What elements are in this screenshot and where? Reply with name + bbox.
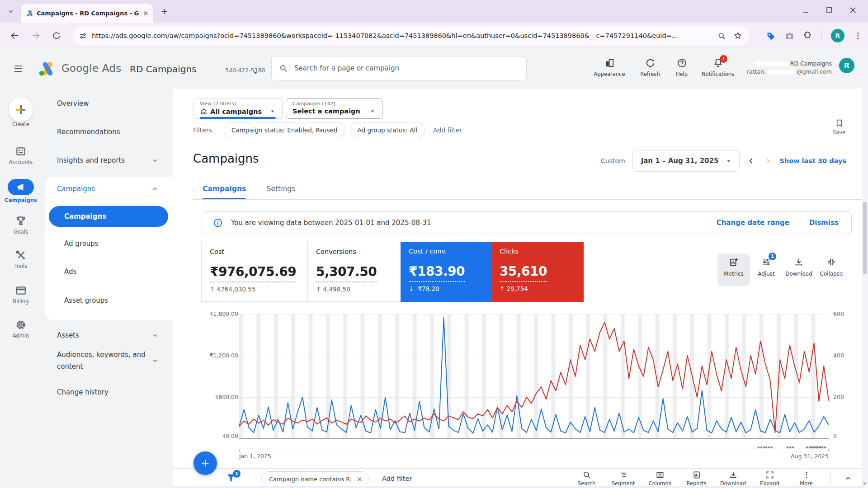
browser-toolbar: https://ads.google.com/aw/campaigns?ocid… <box>0 23 868 49</box>
filter-chip-ad-group-status[interactable]: Ad group status: All <box>350 122 425 138</box>
rail-item-billing[interactable]: Billing <box>0 285 42 305</box>
remove-filter-icon[interactable] <box>356 476 363 483</box>
x-axis-start-label: Jan 1, 2025 <box>239 453 271 460</box>
account-avatar[interactable]: R <box>839 58 854 73</box>
tab-campaigns[interactable]: Campaigns <box>203 178 246 199</box>
screenshot-extension-icon[interactable] <box>785 31 794 41</box>
more-button[interactable]: More <box>788 469 825 488</box>
active-filters-button[interactable]: 1 <box>226 473 236 483</box>
forward-button[interactable] <box>28 28 43 43</box>
new-tab-button[interactable] <box>159 6 169 16</box>
bookmark-star-icon[interactable] <box>733 31 742 40</box>
rail-item-admin[interactable]: Admin <box>0 319 42 339</box>
reload-button[interactable] <box>49 28 64 43</box>
url-text: https://ads.google.com/aw/campaigns?ocid… <box>92 32 706 39</box>
info-icon <box>213 218 223 228</box>
performance-time-series-chart[interactable] <box>239 314 829 439</box>
left-rail: Create Accounts Campaigns Goals Tools Bi… <box>0 89 42 488</box>
global-search-input[interactable] <box>293 64 519 73</box>
nav-subitem-ad-groups[interactable]: Ad groups <box>64 239 99 248</box>
tab-search-button[interactable] <box>5 5 17 18</box>
site-settings-icon[interactable] <box>79 32 87 40</box>
nav-subitem-ads[interactable]: Ads <box>64 267 76 276</box>
browser-profile-avatar[interactable]: R <box>831 29 844 42</box>
previous-period-icon[interactable] <box>747 156 756 165</box>
nav-item-change-history[interactable]: Change history <box>57 385 161 399</box>
tab-settings[interactable]: Settings <box>267 178 296 199</box>
rail-item-campaigns[interactable]: Campaigns <box>0 179 42 203</box>
view-selector[interactable]: View (2 filters) All campaigns <box>193 98 283 119</box>
maximize-button[interactable] <box>817 0 841 20</box>
add-filter-link[interactable]: Add filter <box>433 127 462 134</box>
divider <box>830 472 831 485</box>
collapse-toolbar-icon[interactable] <box>844 474 853 483</box>
table-filter-chip[interactable]: Campaign name contains R: <box>261 471 369 487</box>
extensions-icon[interactable] <box>803 31 812 40</box>
nav-item-assets[interactable]: Assets <box>57 328 161 342</box>
back-button[interactable] <box>7 28 23 43</box>
reports-button[interactable]: Reports <box>678 469 715 488</box>
scorecard-cost[interactable]: Cost ₹976,075.69 ↑ ₹764,030.55 <box>201 242 307 302</box>
divider <box>821 30 822 41</box>
date-range-selector[interactable]: Jan 1 – Aug 31, 2025 <box>632 150 740 172</box>
zoom-icon[interactable] <box>717 32 726 40</box>
columns-button[interactable]: Columns <box>642 469 678 488</box>
create-button[interactable] <box>9 98 33 122</box>
filter-chip-campaign-status[interactable]: Campaign status: Enabled, Paused <box>224 122 345 138</box>
nav-item-insights[interactable]: Insights and reports <box>57 154 161 167</box>
adjust-button[interactable]: 1 Adjust <box>750 253 783 277</box>
date-range-type: Custom <box>601 157 625 164</box>
close-window-button[interactable] <box>841 0 864 20</box>
scorecard-cost-per-conv-selected[interactable]: Cost / conv. ₹183.90 ↓ -₹78.20 <box>401 242 491 302</box>
table-add-filter-link[interactable]: Add filter <box>382 469 412 488</box>
nav-item-overview[interactable]: Overview <box>57 97 161 110</box>
scrollbar-thumb[interactable] <box>863 202 867 274</box>
download-chart-button[interactable]: Download <box>783 253 815 277</box>
browser-menu-icon[interactable] <box>854 31 863 40</box>
scorecard-conversions[interactable]: Conversions 5,307.50 ↑ 4,498.50 <box>307 242 401 302</box>
table-search-button[interactable]: Search <box>568 469 605 488</box>
segment-button[interactable]: Segment <box>605 469 642 488</box>
nav-subitem-campaigns-selected[interactable]: Campaigns <box>49 206 168 227</box>
nav-item-audiences[interactable]: Audiences, keywords, andcontent <box>57 349 161 372</box>
main-menu-icon[interactable] <box>13 63 24 74</box>
account-name[interactable]: RD Campaigns <box>130 64 197 75</box>
global-search[interactable] <box>271 56 527 80</box>
address-bar[interactable]: https://ads.google.com/aw/campaigns?ocid… <box>72 26 749 45</box>
nav-item-campaigns-section[interactable]: Campaigns <box>57 182 161 196</box>
browser-tab[interactable]: Campaigns - RD Campaigns - G <box>21 4 153 23</box>
collapse-button[interactable]: Collapse <box>815 253 848 277</box>
notifications-button[interactable]: ! Notifications <box>698 58 737 77</box>
nav-subitem-asset-groups[interactable]: Asset groups <box>64 296 108 305</box>
show-last-30-days-link[interactable]: Show last 30 days <box>779 157 846 164</box>
floating-add-button[interactable] <box>193 451 217 475</box>
change-date-range-link[interactable]: Change date range <box>717 219 789 227</box>
main-content: View (2 filters) All campaigns Campaigns… <box>173 89 868 488</box>
dismiss-link[interactable]: Dismiss <box>809 219 839 227</box>
tab-close-icon[interactable] <box>142 10 149 17</box>
scroll-down-arrow[interactable] <box>862 481 867 486</box>
rail-item-accounts[interactable]: Accounts <box>0 145 42 165</box>
rail-item-tools[interactable]: Tools <box>0 249 42 269</box>
chevron-down-icon <box>151 331 159 339</box>
expand-button[interactable]: Expand <box>751 469 788 488</box>
account-caret-icon[interactable] <box>251 69 259 77</box>
help-button[interactable]: Help <box>662 58 701 77</box>
campaign-selector[interactable]: Campaigns (142) Select a campaign <box>286 98 382 119</box>
minimize-button[interactable] <box>794 0 817 20</box>
appearance-button[interactable]: Appearance <box>590 58 629 77</box>
save-button[interactable]: Save <box>829 118 849 136</box>
page-scrollbar[interactable] <box>862 49 868 488</box>
metrics-button[interactable]: Metrics <box>717 253 750 286</box>
signed-in-account[interactable]: RD Campaigns rattan.@gmail.com <box>747 60 832 76</box>
y-axis-right-tick: 200 <box>833 394 844 400</box>
scorecard-clicks-selected[interactable]: Clicks 35,610 ↑ 29,754 <box>491 242 584 302</box>
next-period-icon[interactable] <box>763 156 772 165</box>
date-info-banner: You are viewing data between 2025-01-01 … <box>202 211 852 234</box>
table-download-button[interactable]: Download <box>715 469 751 488</box>
rail-item-goals[interactable]: Goals <box>0 215 42 235</box>
google-tag-extension-icon[interactable] <box>766 31 776 41</box>
rail-item-create[interactable]: Create <box>0 93 42 127</box>
house-icon <box>200 108 208 115</box>
nav-item-recommendations[interactable]: Recommendations <box>57 125 161 139</box>
